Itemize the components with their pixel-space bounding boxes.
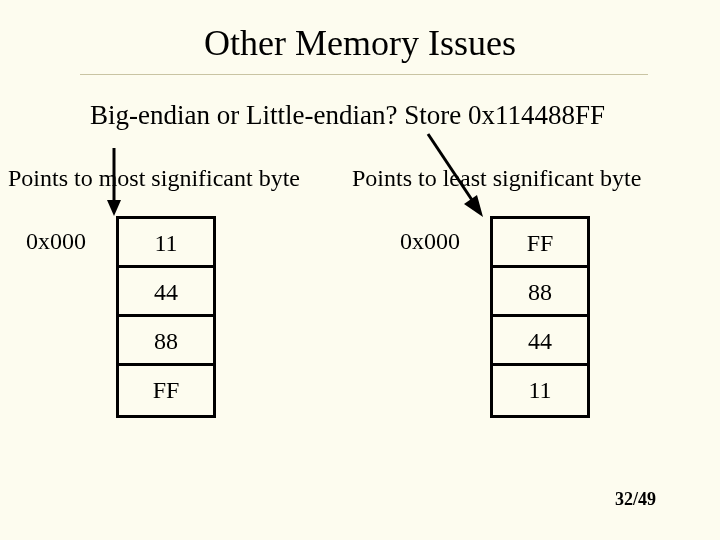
slide-subtitle: Big-endian or Little-endian? Store 0x114… xyxy=(90,100,605,131)
big-endian-address: 0x000 xyxy=(26,228,86,255)
memory-cell: 11 xyxy=(493,366,587,415)
memory-cell: 88 xyxy=(119,317,213,366)
title-divider xyxy=(80,74,648,75)
arrow-big-endian xyxy=(104,148,124,218)
page-number: 32/49 xyxy=(615,489,656,510)
memory-cell: 44 xyxy=(119,268,213,317)
memory-cell: FF xyxy=(119,366,213,415)
slide-title: Other Memory Issues xyxy=(0,22,720,64)
memory-cell: 11 xyxy=(119,219,213,268)
little-endian-caption: Points to least significant byte xyxy=(352,165,641,192)
svg-marker-1 xyxy=(107,200,121,216)
memory-cell: FF xyxy=(493,219,587,268)
memory-cell: 44 xyxy=(493,317,587,366)
big-endian-memory-column: 11 44 88 FF xyxy=(116,216,216,418)
big-endian-caption: Points to most significant byte xyxy=(8,165,300,192)
arrow-little-endian xyxy=(420,134,490,224)
svg-marker-3 xyxy=(464,195,483,217)
svg-line-2 xyxy=(428,134,476,206)
little-endian-address: 0x000 xyxy=(400,228,460,255)
little-endian-memory-column: FF 88 44 11 xyxy=(490,216,590,418)
memory-cell: 88 xyxy=(493,268,587,317)
